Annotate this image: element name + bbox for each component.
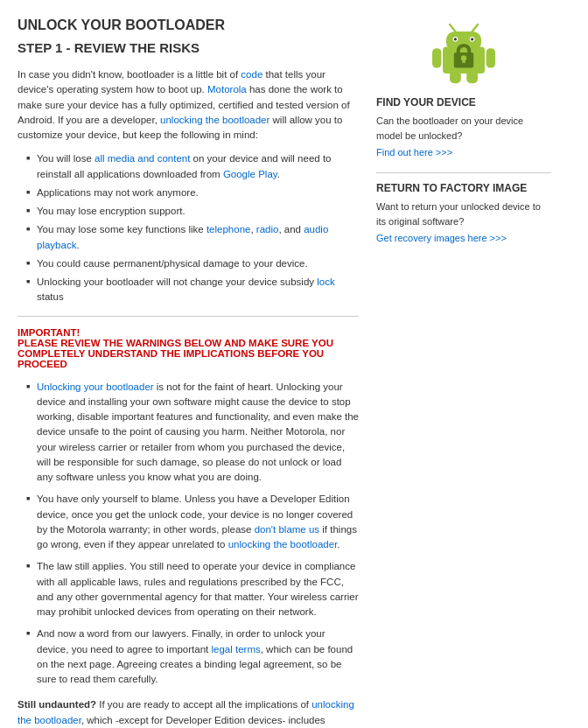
unlocking-link3[interactable]: unlocking the bootloader (228, 539, 338, 550)
radio-link[interactable]: radio (256, 224, 279, 234)
warning-item: The law still applies. You still need to… (26, 559, 359, 620)
unlocking-link2[interactable]: Unlocking your bootloader (37, 382, 154, 392)
motorola-link[interactable]: Motorola (207, 84, 247, 94)
risk-list: You will lose all media and content on y… (18, 151, 359, 304)
code-link[interactable]: code (241, 69, 262, 80)
svg-point-5 (471, 38, 473, 40)
svg-rect-8 (432, 48, 441, 67)
factory-image-title: RETURN TO FACTORY IMAGE (376, 182, 551, 194)
step-title: STEP 1 - REVIEW THE RISKS (18, 40, 359, 55)
still-undaunted-text: Still undaunted? If you are ready to acc… (18, 697, 359, 728)
dont-blame-link[interactable]: don't blame us (255, 524, 319, 535)
sidebar: FIND YOUR DEVICE Can the bootloader on y… (376, 18, 551, 728)
main-content: UNLOCK YOUR BOOTLOADER STEP 1 - REVIEW T… (18, 18, 359, 728)
all-media-link[interactable]: all media and content (94, 153, 190, 164)
factory-image-section: RETURN TO FACTORY IMAGE Want to return y… (376, 182, 551, 244)
important-header: IMPORTANT! PLEASE REVIEW THE WARNINGS BE… (18, 327, 359, 369)
warning-list: Unlocking your bootloader is not for the… (18, 380, 359, 688)
lock-link[interactable]: lock (317, 276, 334, 287)
find-device-text: Can the bootloader on your device model … (376, 114, 551, 143)
svg-rect-9 (486, 48, 495, 67)
svg-rect-14 (462, 59, 465, 63)
factory-image-text: Want to return your unlocked device to i… (376, 200, 551, 228)
sidebar-divider (376, 172, 551, 173)
android-robot-icon (429, 18, 499, 88)
page-title: UNLOCK YOUR BOOTLOADER (18, 18, 359, 33)
still-undaunted-bold: Still undaunted? (18, 699, 96, 710)
intro-paragraph: In case you didn't know, bootloader is a… (18, 67, 359, 143)
risk-item: You could cause permanent/physical damag… (26, 256, 359, 271)
svg-rect-10 (450, 71, 461, 83)
svg-rect-1 (446, 32, 481, 51)
google-play-link[interactable]: Google Play (223, 169, 277, 179)
find-device-section: FIND YOUR DEVICE Can the bootloader on y… (376, 96, 551, 158)
risk-item: You may lose some key functions like tel… (26, 222, 359, 253)
warning-item: You have only yourself to blame. Unless … (26, 492, 359, 552)
risk-item: Unlocking your bootloader will not chang… (26, 275, 359, 305)
audio-link[interactable]: audio playback (37, 224, 328, 249)
find-out-link[interactable]: Find out here >>> (376, 147, 452, 158)
important-line2: PLEASE REVIEW THE WARNINGS BELOW AND MAK… (18, 338, 333, 369)
warning-item: Unlocking your bootloader is not for the… (26, 380, 359, 486)
recovery-images-link[interactable]: Get recovery images here >>> (376, 233, 507, 243)
important-section: IMPORTANT! PLEASE REVIEW THE WARNINGS BE… (18, 327, 359, 369)
svg-line-7 (472, 24, 478, 32)
find-device-title: FIND YOUR DEVICE (376, 96, 551, 108)
risk-item: You will lose all media and content on y… (26, 151, 359, 182)
svg-rect-11 (466, 71, 478, 83)
warning-item: And now a word from our lawyers. Finally… (26, 626, 359, 687)
section-divider (18, 316, 359, 317)
risk-item: You may lose encryption support. (26, 204, 359, 219)
important-line1: IMPORTANT! (18, 327, 80, 338)
svg-point-4 (454, 38, 457, 40)
legal-terms-link[interactable]: legal terms (211, 644, 260, 654)
svg-line-6 (450, 24, 455, 32)
risk-item: Applications may not work anymore. (26, 186, 359, 200)
telephone-link[interactable]: telephone (206, 224, 251, 234)
unlocking-link[interactable]: unlocking the bootloader (160, 115, 270, 125)
